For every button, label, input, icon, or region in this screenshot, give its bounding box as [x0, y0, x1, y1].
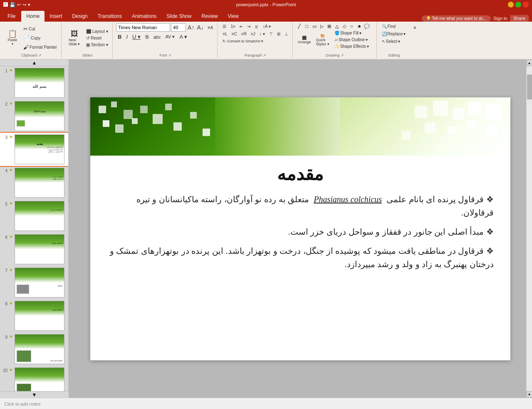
new-slide-btn[interactable]: 🖼 NewSlide ▾: [65, 29, 84, 47]
col-btn[interactable]: ⫼: [253, 23, 260, 30]
scroll-up-btn[interactable]: ▲: [527, 59, 532, 66]
notes-placeholder[interactable]: Click to add notes: [4, 402, 40, 407]
bold-btn[interactable]: B: [116, 33, 123, 41]
justify-btn[interactable]: ≡J: [249, 31, 257, 37]
cut-btn[interactable]: ✂ Cut: [22, 25, 59, 33]
slides-label: Slides: [65, 52, 110, 57]
layout-btn[interactable]: ⬛ Layout ▾: [84, 28, 110, 35]
tab-file[interactable]: File: [2, 11, 21, 22]
quick-access-toolbar[interactable]: 🅿 💾 ↩ ↪ ▾: [3, 2, 30, 7]
reset-btn[interactable]: ↺ Reset: [84, 35, 110, 41]
slide-item[interactable]: 10 ★ اطلاعات بیشتر: [0, 366, 68, 391]
shape-oval[interactable]: ○: [349, 23, 355, 29]
slide-bullet-2[interactable]: مبدأ اصلی این جانور در قفقاز و سواحل دری…: [107, 225, 494, 238]
slide-item[interactable]: 7 ★ قرقاول: [0, 266, 68, 299]
underline-btn[interactable]: U ▾: [131, 33, 142, 41]
sign-in-btn[interactable]: Sign in: [493, 16, 507, 21]
strikethrough-btn[interactable]: S: [144, 33, 151, 41]
collapse-ribbon-btn[interactable]: ▲: [413, 24, 418, 30]
text-dir-btn[interactable]: ↕A ▾: [261, 23, 272, 30]
window-controls[interactable]: [508, 2, 529, 7]
italic-btn[interactable]: I: [124, 33, 129, 41]
share-btn[interactable]: Share: [510, 15, 529, 22]
slide-panel-scroll-down[interactable]: ▼: [0, 391, 69, 398]
arrange-btn[interactable]: ⬛ Arrange: [296, 35, 313, 45]
line-spacing-btn[interactable]: ↕ ▾: [258, 31, 267, 37]
quick-styles-btn[interactable]: 🎨 QuickStyles ▾: [314, 33, 331, 47]
shape-fill-btn[interactable]: 🪣 Shape Fill ▾: [333, 30, 371, 36]
tab-insert[interactable]: Insert: [45, 11, 67, 22]
char-spacing-btn[interactable]: AV ▾: [164, 33, 177, 40]
ribbon: File Home Insert Design Transitions Anim…: [0, 9, 532, 59]
paste-btn[interactable]: 📋 Paste ▾: [4, 29, 21, 47]
shape-arrow[interactable]: ▷: [319, 23, 325, 29]
slide-panel-scroll-up[interactable]: ▲: [0, 59, 69, 66]
shape-diamond[interactable]: ◇: [341, 23, 348, 29]
tab-design[interactable]: Design: [67, 11, 92, 22]
minimize-btn[interactable]: [508, 2, 514, 7]
shape-triangle[interactable]: △: [334, 23, 340, 29]
maximize-btn[interactable]: [515, 2, 521, 7]
tab-slideshow[interactable]: Slide Show: [161, 11, 196, 22]
align-middle-btn[interactable]: ⊞: [275, 31, 282, 37]
find-btn[interactable]: 🔍 Find: [380, 23, 397, 30]
increase-indent-btn[interactable]: ⇥: [245, 23, 252, 30]
slide-bullet-3[interactable]: قرقاول در مناطقی یافت میشود که پوشیده از…: [107, 244, 494, 271]
slide-item[interactable]: 4 ★ ❖ نکاتی درباره... ❖ ادامه مطالب...: [0, 166, 68, 199]
redo-btn[interactable]: ↪: [22, 2, 26, 7]
shape-outline-btn[interactable]: ▱ Shape Outline ▾: [333, 37, 371, 43]
tab-view[interactable]: View: [223, 11, 244, 22]
numbering-btn[interactable]: 1≡: [229, 23, 237, 30]
align-center-btn[interactable]: ≡C: [230, 31, 239, 37]
align-bottom-btn[interactable]: ⊥: [283, 31, 290, 37]
slide-bullet-1[interactable]: قرقاول پرنده ای بانام علمی Phasianus col…: [107, 193, 494, 219]
slide-title[interactable]: مقدمه: [107, 164, 494, 184]
align-left-btn[interactable]: ≡L: [221, 31, 229, 37]
shape-effects-btn[interactable]: ✨ Shape Effects ▾: [333, 43, 371, 50]
tab-review[interactable]: Review: [196, 11, 223, 22]
shape-rect[interactable]: □: [304, 23, 310, 29]
shape-callout[interactable]: 💬: [364, 23, 370, 29]
shadow-btn[interactable]: abc: [152, 34, 163, 40]
slide-content-area[interactable]: مقدمه قرقاول پرنده ای بانام علمی Phasian…: [90, 156, 510, 281]
decrease-font-btn[interactable]: A↓: [196, 24, 204, 31]
tab-animations[interactable]: Animations: [127, 11, 161, 22]
slide-item[interactable]: 5 ★ ❖ اطلاعات بیشتر...: [0, 199, 68, 233]
tab-transitions[interactable]: Transitions: [93, 11, 127, 22]
format-painter-btn[interactable]: 🖌 Format Painter: [22, 43, 59, 51]
close-btn[interactable]: [523, 2, 529, 7]
shape-more[interactable]: ⊞: [326, 23, 333, 29]
smartart-btn[interactable]: ↻ Convert to SmartArt ▾: [221, 38, 265, 44]
shape-star[interactable]: ★: [356, 23, 363, 29]
slide-item[interactable]: 9 ★ قرقاول جانور خاص: [0, 332, 68, 366]
tell-me-box[interactable]: 💡 Tell me what you want to do...: [422, 15, 491, 22]
quick-access-dropdown[interactable]: ▾: [28, 2, 30, 7]
font-color-btn[interactable]: A ▾: [178, 33, 189, 41]
font-name-input[interactable]: Times New Roman: [116, 23, 170, 32]
replace-btn[interactable]: 🔄 Replace ▾: [380, 31, 408, 37]
section-btn[interactable]: ▦ Section ▾: [84, 42, 110, 48]
undo-btn[interactable]: ↩: [17, 2, 21, 7]
shape-line[interactable]: ╱: [296, 23, 303, 29]
align-top-btn[interactable]: ⊤: [267, 31, 275, 37]
slide-item[interactable]: 6 ★ ❖ مطلب ششم: [0, 233, 68, 266]
align-right-btn[interactable]: ≡R: [240, 31, 248, 37]
scroll-track[interactable]: [527, 66, 532, 391]
decrease-indent-btn[interactable]: ⇤: [238, 23, 245, 30]
shape-rounded[interactable]: ▭: [311, 23, 318, 29]
clear-format-btn[interactable]: ✕A: [205, 25, 215, 31]
select-btn[interactable]: ↖ Select ▾: [380, 38, 402, 45]
copy-btn[interactable]: 📄 Copy: [22, 34, 59, 42]
slide-item[interactable]: 8 ★ ❖ اسلاید هشتم: [0, 299, 68, 332]
scroll-thumb[interactable]: [527, 74, 532, 99]
notes-bar[interactable]: Click to add notes: [0, 398, 532, 409]
slide-item[interactable]: 2 ★ پرورش قرقاول: [0, 99, 68, 133]
save-btn[interactable]: 💾: [10, 2, 15, 7]
scroll-down-btn[interactable]: ▼: [527, 391, 532, 398]
tab-home[interactable]: Home: [21, 11, 45, 22]
increase-font-btn[interactable]: A↑: [187, 24, 195, 31]
slide-item[interactable]: 1 ★ بسم الله: [0, 66, 68, 99]
slide-item-active[interactable]: 3 ★ مقدمه ❖ قرقاول پرنده ای بانام... ❖ م…: [0, 133, 68, 166]
bullets-btn[interactable]: ☰: [221, 23, 228, 30]
font-size-input[interactable]: 40: [171, 23, 186, 32]
